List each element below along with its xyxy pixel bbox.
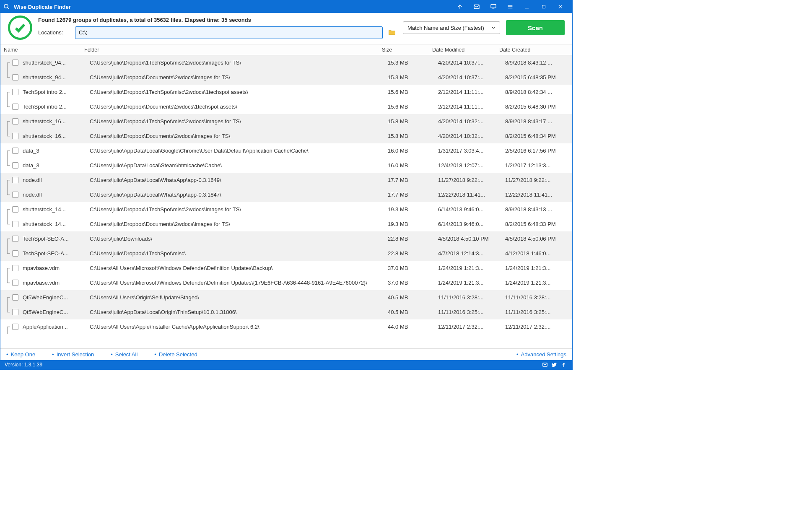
cell-size: 16.0 MB	[388, 162, 438, 169]
action-bar: Keep One Invert Selection Select All Del…	[0, 348, 572, 360]
cell-folder: C:\Users\julio\Dropbox\1TechSpot\misc\2w…	[84, 206, 388, 213]
row-checkbox[interactable]	[12, 309, 18, 315]
column-folder[interactable]: Folder	[78, 47, 382, 53]
column-modified[interactable]: Date Modified	[432, 47, 499, 53]
row-checkbox[interactable]	[12, 133, 18, 139]
table-row[interactable]: shutterstock_14...C:\Users\julio\Dropbox…	[0, 217, 572, 231]
table-row[interactable]: AppleApplication...C:\Users\All Users\Ap…	[0, 319, 572, 334]
row-checkbox[interactable]	[12, 250, 18, 257]
svg-line-1	[8, 8, 10, 10]
table-row[interactable]: mpavbase.vdmC:\Users\All Users\Microsoft…	[0, 275, 572, 290]
status-checkmark-icon	[8, 16, 32, 40]
cell-name: TechSpot intro 2...	[23, 104, 84, 110]
table-row[interactable]: shutterstock_14...C:\Users\julio\Dropbox…	[0, 202, 572, 217]
table-row[interactable]: shutterstock_94...C:\Users\julio\Dropbox…	[0, 55, 572, 70]
twitter-icon[interactable]	[550, 362, 559, 368]
cell-folder: C:\Users\All Users\Origin\SelfUpdate\Sta…	[84, 294, 388, 301]
table-row[interactable]: Qt5WebEngineC...C:\Users\julio\AppData\L…	[0, 305, 572, 319]
cell-folder: C:\Users\julio\Dropbox\Documents\2wdocs\…	[84, 133, 388, 139]
table-row[interactable]: node.dllC:\Users\julio\AppData\Local\Wha…	[0, 173, 572, 187]
cell-size: 16.0 MB	[388, 148, 438, 154]
row-checkbox[interactable]	[12, 324, 18, 330]
cell-created: 8/2/2015 6:48:30 PM	[505, 104, 572, 110]
row-checkbox[interactable]	[12, 74, 18, 80]
cell-modified: 1/31/2017 3:03:4...	[438, 148, 505, 154]
cell-size: 37.0 MB	[388, 265, 438, 271]
locations-label: Locations:	[38, 29, 71, 36]
row-checkbox[interactable]	[12, 294, 18, 301]
invert-selection-link[interactable]: Invert Selection	[52, 351, 94, 358]
table-row[interactable]: mpavbase.vdmC:\Users\All Users\Microsoft…	[0, 261, 572, 275]
cell-modified: 2/12/2014 11:11:...	[438, 104, 505, 110]
table-row[interactable]: data_3C:\Users\julio\AppData\Local\Googl…	[0, 143, 572, 158]
group-bracket	[3, 70, 10, 85]
table-row[interactable]: shutterstock_16...C:\Users\julio\Dropbox…	[0, 114, 572, 129]
column-created[interactable]: Date Created	[499, 47, 566, 53]
select-all-link[interactable]: Select All	[111, 351, 137, 358]
cell-name: node.dll	[23, 192, 84, 198]
group-bracket	[3, 217, 10, 231]
cell-name: mpavbase.vdm	[23, 265, 84, 271]
row-checkbox[interactable]	[12, 162, 18, 169]
column-size[interactable]: Size	[382, 47, 432, 53]
column-name[interactable]: Name	[3, 47, 78, 53]
table-row[interactable]: Qt5WebEngineC...C:\Users\All Users\Origi…	[0, 290, 572, 305]
facebook-icon[interactable]	[559, 362, 568, 368]
table-row[interactable]: node.dllC:\Users\julio\AppData\Local\Wha…	[0, 187, 572, 202]
advanced-settings-link[interactable]: Advanced Settings	[516, 351, 566, 358]
cell-modified: 12/4/2018 12:07:...	[438, 162, 505, 169]
result-group: mpavbase.vdmC:\Users\All Users\Microsoft…	[0, 261, 572, 290]
table-row[interactable]: TechSpot intro 2...C:\Users\julio\Dropbo…	[0, 85, 572, 99]
row-checkbox[interactable]	[12, 89, 18, 95]
group-bracket	[3, 55, 10, 70]
row-checkbox[interactable]	[12, 206, 18, 213]
row-checkbox[interactable]	[12, 177, 18, 183]
row-checkbox[interactable]	[12, 60, 18, 66]
cell-folder: C:\Users\julio\Dropbox\1TechSpot\misc\2w…	[84, 118, 388, 125]
maximize-button[interactable]	[535, 0, 552, 13]
match-mode-select[interactable]: Match Name and Size (Fastest)	[403, 21, 500, 34]
row-checkbox[interactable]	[12, 118, 18, 125]
result-group: shutterstock_94...C:\Users\julio\Dropbox…	[0, 55, 572, 85]
app-icon	[3, 3, 10, 10]
group-bracket	[3, 173, 10, 187]
table-row[interactable]: TechSpot-SEO-A...C:\Users\julio\Dropbox\…	[0, 246, 572, 261]
row-checkbox[interactable]	[12, 236, 18, 242]
row-checkbox[interactable]	[12, 265, 18, 271]
cell-size: 15.6 MB	[388, 104, 438, 110]
cell-name: shutterstock_94...	[23, 74, 84, 80]
table-row[interactable]: shutterstock_94...C:\Users\julio\Dropbox…	[0, 70, 572, 85]
cell-size: 40.5 MB	[388, 309, 438, 315]
table-row[interactable]: shutterstock_16...C:\Users\julio\Dropbox…	[0, 129, 572, 143]
table-row[interactable]: TechSpot-SEO-A...C:\Users\julio\Download…	[0, 231, 572, 246]
close-button[interactable]	[552, 0, 569, 13]
keep-one-link[interactable]: Keep One	[6, 351, 35, 358]
row-checkbox[interactable]	[12, 192, 18, 198]
feedback-icon[interactable]	[485, 0, 502, 13]
table-header: Name Folder Size Date Modified Date Crea…	[0, 44, 572, 55]
locations-input[interactable]	[75, 26, 383, 39]
row-checkbox[interactable]	[12, 104, 18, 110]
status-mail-icon[interactable]	[540, 362, 550, 368]
upgrade-icon[interactable]	[451, 0, 468, 13]
row-checkbox[interactable]	[12, 221, 18, 227]
result-group: shutterstock_14...C:\Users\julio\Dropbox…	[0, 202, 572, 231]
row-checkbox[interactable]	[12, 148, 18, 154]
table-row[interactable]: TechSpot intro 2...C:\Users\julio\Dropbo…	[0, 99, 572, 114]
cell-created: 12/11/2017 2:32:...	[505, 324, 572, 330]
browse-folder-button[interactable]	[387, 28, 397, 38]
cell-folder: C:\Users\All Users\Microsoft\Windows Def…	[84, 265, 388, 271]
menu-icon[interactable]	[502, 0, 519, 13]
minimize-button[interactable]	[519, 0, 535, 13]
delete-selected-link[interactable]: Delete Selected	[154, 351, 197, 358]
app-window: Wise Duplicate Finder Found 12679 groups…	[0, 0, 573, 370]
scan-button[interactable]: Scan	[506, 20, 565, 35]
table-row[interactable]: data_3C:\Users\julio\AppData\Local\Steam…	[0, 158, 572, 173]
cell-created: 4/5/2018 4:50:06 PM	[505, 236, 572, 242]
results-list[interactable]: shutterstock_94...C:\Users\julio\Dropbox…	[0, 55, 572, 348]
cell-created: 1/2/2017 12:13:3...	[505, 162, 572, 169]
mail-icon[interactable]	[468, 0, 485, 13]
cell-name: data_3	[23, 148, 84, 154]
cell-modified: 6/14/2013 9:46:0...	[438, 221, 505, 227]
row-checkbox[interactable]	[12, 280, 18, 286]
